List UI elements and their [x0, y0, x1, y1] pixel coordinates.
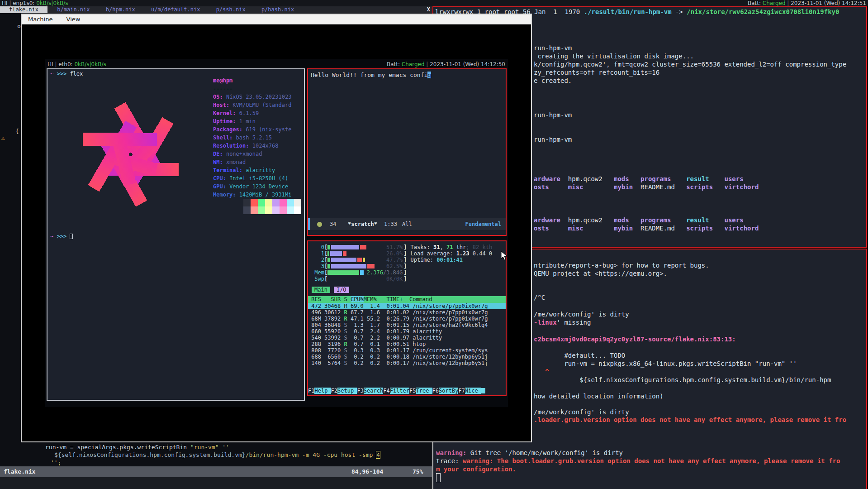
terminal-line: #default... TODO	[534, 351, 625, 360]
htop-process-list[interactable]: 472 30468 R 69.0 1.4 0:01.04 /nix/store/…	[308, 303, 506, 366]
modeline-position: 84,96-104	[351, 466, 383, 477]
modeline-status-dot-icon	[317, 222, 322, 227]
fkey-help[interactable]: F1Help	[308, 388, 331, 394]
warning-line: m your configuration.	[436, 465, 516, 473]
menu-machine[interactable]: Machine	[28, 16, 52, 23]
process-row[interactable]: 660 55920 S 0.7 2.4 0:01.79 alacritty	[308, 328, 506, 335]
qemu-menu-bar: Machine View	[22, 14, 531, 24]
cpu-meter-2: 2[47.7%]Uptime: 00:01:41	[312, 257, 463, 263]
editor-minibuffer	[0, 477, 432, 489]
fetch-user-host: me@hpm	[213, 77, 304, 85]
terminal-line: k/config/hpm.qcow2', fmt=qcow2 cluster_s…	[534, 60, 846, 68]
terminal-line: creating the virtualisation disk image..…	[534, 52, 694, 60]
terminal-line: run-hpm-vm	[534, 135, 572, 144]
terminal-cursor	[70, 234, 73, 239]
modeline-accent-bar	[308, 218, 310, 230]
tab-bash-nix[interactable]: p/bash.nix	[255, 6, 300, 13]
tab-close-icon[interactable]: X	[427, 6, 430, 13]
editor-margin-char: {	[15, 128, 19, 134]
fkey-setup[interactable]: F2Setup	[331, 388, 357, 394]
code-line: '';	[51, 459, 61, 466]
terminal-line: run-vm = nixpkgs.x86_64-linux.pkgs.write…	[534, 360, 797, 368]
memory-meter: Mem[2.37G/3.84G]	[312, 269, 407, 276]
terminal-line: /me/work/config' is dirty	[534, 310, 629, 318]
modeline-filename: flake.nix	[4, 466, 35, 477]
process-row[interactable]: 140 5764 S 0.2 0.2 0:00.17 /nix/store/12…	[308, 360, 506, 366]
menu-view[interactable]: View	[66, 16, 81, 23]
terminal-line: how detailed location information)	[534, 392, 664, 400]
fkey-filter[interactable]: F4Filter	[383, 388, 409, 394]
cpu-meter-0: 0[51.7%]Tasks: 31, 71 thr; 82 kth	[312, 244, 492, 250]
code-line: run-vm = specialArgs.pkgs.writeScriptBin…	[45, 443, 229, 451]
status-battery-clock: Batt: Charged | 2023-11-01 (Wed) 14:12:5…	[748, 0, 866, 6]
htop-function-keys: F1Help F2Setup F3SearchF4FilterF5Tree F6…	[308, 387, 506, 394]
tab-main-nix[interactable]: b/main.nix	[51, 6, 96, 13]
trace-line: trace: warning: The boot.loader.grub.ver…	[436, 457, 840, 465]
terminal-line: ntribute/report-a-bug> for how to report…	[534, 261, 709, 269]
code-line: ${self.nixosConfigurations.hpm.config.sy…	[54, 451, 380, 459]
tab-ssh-nix[interactable]: p/ssh.nix	[210, 6, 252, 13]
file-listing-row: ardware hpm.qcow2 mods programs result u…	[534, 216, 744, 224]
fkey-search[interactable]: F3Search	[357, 388, 383, 394]
mouse-cursor-icon	[501, 251, 508, 261]
error-caret: ^	[534, 368, 549, 376]
process-row[interactable]: 68M 37892 R 47.1 55.2 0:26.79 /nix/store…	[308, 316, 506, 322]
vm-display[interactable]: HI | eth0: 0kB/s|0kB/s Batt: Charged | 2…	[45, 59, 508, 407]
terminal-line: e created.	[534, 77, 572, 85]
terminal-line: ${self.nixosConfigurations.hpm.config.sy…	[534, 376, 831, 384]
process-row[interactable]: 804 36848 S 1.3 1.7 0:01.15 /nix/store/h…	[308, 322, 506, 328]
emacs-modeline: 34 *scratch* 1:33 All Fundamental	[308, 218, 506, 230]
terminal-line: -linux' missing	[534, 318, 591, 326]
warning-line: .loader.grub.version option does not hav…	[534, 416, 846, 424]
modeline-major-mode: Fundamental	[465, 218, 501, 230]
htop-tab-io[interactable]: I/O	[334, 287, 349, 293]
flake-error-location: c2bcsm4xmj0vd0capi9q2yc0yzl87-source/fla…	[534, 335, 736, 343]
process-row[interactable]: 496 30612 R 67.7 1.6 0:01.02 /nix/store/…	[308, 309, 506, 316]
terminal-color-palette	[243, 199, 301, 214]
modeline-buffer-name: *scratch*	[348, 218, 377, 230]
editor-margin-char: o	[17, 23, 21, 29]
editor-modeline: flake.nix 84,96-104 75%	[0, 466, 432, 477]
terminal-line: run-hpm-vm	[534, 111, 572, 119]
process-row-selected[interactable]: 472 30468 R 69.0 1.4 0:01.04 /nix/store/…	[308, 303, 506, 309]
qemu-vm-window[interactable]: Machine View HI | eth0: 0kB/s|0kB/s Batt…	[21, 14, 532, 442]
terminal-cursor	[436, 473, 441, 482]
terminal-line: /^C	[534, 293, 545, 302]
terminal-line: QEMU project at <https://qemu.org>.	[534, 269, 667, 278]
tab-default-nix[interactable]: u/m/default.nix	[145, 6, 206, 13]
nixos-logo	[48, 78, 213, 230]
process-row[interactable]: 808 7720 S 0.3 0.3 0:01.17 /run/current-…	[308, 347, 506, 354]
emacs-buffer-text: Hello World!! from my emacs config	[311, 72, 431, 79]
vm-terminal-pane[interactable]: ~ >>> flex	[47, 68, 305, 401]
fkey-tree[interactable]: F5Tree	[409, 388, 432, 394]
shell-prompt: ~ >>>	[50, 233, 73, 240]
file-listing-row: osts misc mybin README.md scripts virtch…	[534, 224, 759, 232]
tab-hpm-nix[interactable]: b/hpm.nix	[100, 6, 142, 13]
fkey-nice[interactable]: F7Nice	[458, 388, 481, 394]
tab-flake-nix[interactable]: flake.nix	[0, 6, 47, 13]
htop-table-header[interactable]: RES SHR S CPU%MEM% TIME+ Command	[308, 296, 506, 303]
warning-fringe-icon: ⚠	[1, 134, 5, 141]
shell-prompt: ~ >>> flex	[50, 71, 83, 77]
file-listing-row: osts misc mybin README.md scripts virtch…	[534, 183, 759, 191]
htop-tabs: MainI/O	[312, 287, 349, 293]
emacs-cursor: g	[427, 72, 431, 78]
cpu-meter-1: 1[26.0%]Load average: 1.23 0.44 0	[312, 250, 492, 257]
modeline-percent: 75%	[413, 466, 423, 477]
process-row[interactable]: 288 3196 R 0.7 0.1 0:00.51 htop	[308, 341, 506, 347]
process-row[interactable]: 688 6560 S 0.2 0.2 0:00.18 /nix/store/12…	[308, 354, 506, 360]
terminal-line: zy_refcounts=off refcount_bits=16	[534, 68, 659, 77]
swap-meter: Swp[0K/0K]	[312, 276, 407, 282]
htop-tab-main[interactable]: Main	[312, 287, 330, 293]
fkey-sortby[interactable]: F6SortBy	[432, 388, 459, 394]
terminal-line: /me/work/config' is dirty	[534, 408, 629, 416]
warning-line: warning: Git tree '/home/me/work/config'…	[436, 449, 623, 457]
vm-emacs-pane[interactable]: Hello World!! from my emacs config 34 *s…	[307, 68, 507, 236]
vm-htop-pane[interactable]: 0[51.7%]Tasks: 31, 71 thr; 82 kth 1[26.0…	[307, 240, 507, 396]
editor-tab-bar: flake.nix b/main.nix b/hpm.nix u/m/defau…	[0, 6, 432, 13]
process-row[interactable]: 540 53992 S 0.7 2.2 0:00.97 alacritty	[308, 335, 506, 341]
vm-status-bar: HI | eth0: 0kB/s|0kB/s Batt: Charged | 2…	[47, 61, 505, 68]
file-listing-row: ardware hpm.qcow2 mods programs result u…	[534, 175, 744, 183]
sort-column-cpu[interactable]: CPU%	[351, 296, 364, 302]
terminal-line: run-hpm-vm	[534, 44, 572, 52]
